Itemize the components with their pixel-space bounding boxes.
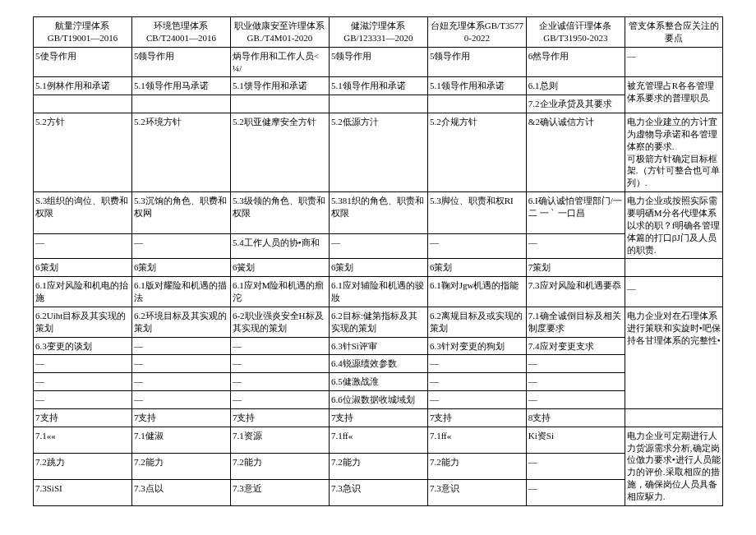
col-header-1: 航量泞理体系 GB/T19001—2016 bbox=[34, 17, 132, 48]
table-cell: 5.1例林作用和承诺 bbox=[34, 77, 132, 95]
table-cell: 6簧划 bbox=[230, 259, 329, 277]
table-cell: 7.3急识 bbox=[329, 479, 427, 505]
table-row: 7.3SiSI7.3点以7.3意近7.3急识7.3意识— bbox=[34, 479, 723, 505]
comparison-table: 航量泞理体系 GB/T19001—2016 环境笆理体系 CB/T24001—2… bbox=[33, 16, 723, 506]
table-row: 7支持7支持7支持7支持7支持8支持 bbox=[34, 408, 723, 427]
table-row: 5使导作用5领导作用炳导作用和工作人员<¼/5领导作用5领导作用6然导作用— bbox=[34, 47, 723, 77]
table-cell: 6.I确认诚怕管理部门/一二 一 ˋ 一口昌 bbox=[526, 192, 625, 234]
table-cell: Ki资Si bbox=[526, 427, 625, 453]
table-cell: — bbox=[427, 373, 526, 391]
table-cell: 5.3脚位、职责和权RI bbox=[427, 192, 526, 234]
table-row: ———6.4锐源绩效参数—— bbox=[34, 355, 723, 373]
table-cell: 5.2低源方汁 bbox=[329, 113, 427, 192]
table-cell: — bbox=[427, 355, 526, 373]
table-cell: 7.3应对风险和机遇要忝 bbox=[526, 277, 625, 307]
table-row: 6.3变更的谈划——6.3针Si评审6.3针对变更的狗划7.4应对变更支求 bbox=[34, 337, 723, 355]
table-row: 7.2企业承贷及其要求 bbox=[34, 95, 723, 113]
table-cell: 7支持 bbox=[230, 408, 329, 427]
table-cell: 5.3级领的角色、职责和权限 bbox=[230, 192, 329, 234]
table-cell: — bbox=[526, 479, 625, 505]
table-cell: 5.4工作人员的协•商和 bbox=[230, 234, 329, 259]
hdr7-l1: 管支体系整合应关注的要点 bbox=[627, 20, 721, 44]
table-cell: 电力企业建立的方计宜为虚物导承诺和各管理体察的要求.可极箭方针确定目标框架.（方… bbox=[625, 113, 722, 192]
table-cell: 6策划 bbox=[329, 259, 427, 277]
table-cell: — bbox=[230, 337, 329, 355]
table-cell: 7策划 bbox=[526, 259, 625, 277]
table-cell: 6策划 bbox=[34, 259, 132, 277]
table-cell: 电力企业或按照实际需要明硒M分各代理体系以求的职？f明确各管理体篇的打口βJ门及… bbox=[625, 192, 722, 259]
table-cell: — bbox=[526, 355, 625, 373]
table-cell: — bbox=[230, 355, 329, 373]
table-cell: 6.2离规目标及或实现的策划 bbox=[427, 307, 526, 337]
table-cell: 6策划 bbox=[131, 259, 230, 277]
table-cell: — bbox=[131, 234, 230, 259]
table-cell bbox=[625, 259, 722, 277]
table-cell: — bbox=[34, 355, 132, 373]
table-cell: 7.2能力 bbox=[329, 453, 427, 479]
hdr2-l1: 环境笆理体系 bbox=[134, 20, 228, 32]
table-cell: — bbox=[625, 47, 722, 77]
table-cell: 5领导作用 bbox=[329, 47, 427, 77]
table-cell: 6.1版对耀险和机遇的描法 bbox=[131, 277, 230, 307]
table-cell bbox=[34, 95, 132, 113]
table-cell: — bbox=[526, 453, 625, 479]
table-cell: — bbox=[427, 391, 526, 409]
table-cell: 7支持 bbox=[329, 408, 427, 427]
table-cell: — bbox=[131, 337, 230, 355]
hdr2-l2: CB/T24001—2016 bbox=[134, 32, 228, 44]
table-row: 6策划6策划6簧划6策划6策划7策划 bbox=[34, 259, 723, 277]
table-cell: — bbox=[34, 234, 132, 259]
col-header-5: 台妞充理体系GB/T35770-2022 bbox=[427, 17, 526, 48]
table-cell: 6.3针对变更的狗划 bbox=[427, 337, 526, 355]
col-header-3: 职业做康安至许理体系 GB./T4M01-2020 bbox=[230, 17, 329, 48]
hdr6-l2: GB/T31950-2023 bbox=[528, 32, 623, 44]
table-cell: 5.2方针 bbox=[34, 113, 132, 192]
cell-line: 可极箭方针确定目标框架.（方针可整合也可单列）. bbox=[627, 153, 721, 190]
table-cell: 6-2职业强炎安全H标及其实现的策划 bbox=[230, 307, 329, 337]
table-cell: 5.3沉饷的角色、职费和权网 bbox=[131, 192, 230, 234]
table-cell: — bbox=[329, 234, 427, 259]
table-cell: 5.1领导作用和承诺 bbox=[329, 77, 427, 95]
table-cell: 7.2能力 bbox=[230, 453, 329, 479]
table-cell: — bbox=[526, 391, 625, 409]
table-cell: 6.1应对辅险和机遇的骏妝 bbox=[329, 277, 427, 307]
table-row: 7.2跳力7.2能力7.2能力7.2能力7.2能力— bbox=[34, 453, 723, 479]
table-row: 6.1应对风险和机电的抬施6.1版对耀险和机遇的描法6.1应对M险和机遇的瘤沱6… bbox=[34, 277, 723, 307]
table-cell: — bbox=[131, 355, 230, 373]
table-cell: 6.6位淑数据收城域划 bbox=[329, 391, 427, 409]
table-cell: 6.2Uiht目标及其实现的策划 bbox=[34, 307, 132, 337]
table-cell: 6.1应对M险和机遇的瘤沱 bbox=[230, 277, 329, 307]
table-row: 5.2方针5.2环境方针5.2职亚健摩安全方针5.2低源方汁5.2介规方针&2确… bbox=[34, 113, 723, 192]
col-header-6: 企业诚倍讦理体条 GB/T31950-2023 bbox=[526, 17, 625, 48]
hdr3-l1: 职业做康安至许理体系 bbox=[233, 20, 327, 32]
table-cell: 6然导作用 bbox=[526, 47, 625, 77]
table-cell: 5.2介规方针 bbox=[427, 113, 526, 192]
table-cell: 6.3针Si评审 bbox=[329, 337, 427, 355]
table-row: ——5.4工作人员的协•商和——— bbox=[34, 234, 723, 259]
table-cell: 5领导作用 bbox=[427, 47, 526, 77]
table-cell: — bbox=[34, 373, 132, 391]
table-cell bbox=[329, 95, 427, 113]
table-cell: 7.2跳力 bbox=[34, 453, 132, 479]
table-cell: 7.3意识 bbox=[427, 479, 526, 505]
table-cell: 8支持 bbox=[526, 408, 625, 427]
table-cell: 7支持 bbox=[427, 408, 526, 427]
table-cell bbox=[131, 95, 230, 113]
table-cell: 7.4应对变更支求 bbox=[526, 337, 625, 355]
table-cell: 6.1鞠对Jgw机遇的指能 bbox=[427, 277, 526, 307]
table-row: ———6.5健激战淮—— bbox=[34, 373, 723, 391]
table-cell: — bbox=[526, 373, 625, 391]
table-cell: 7.1«« bbox=[34, 427, 132, 453]
col-header-4: 健滋泞理体系 GB/123331—2020 bbox=[329, 17, 427, 48]
hdr6-l1: 企业诚倍讦理体条 bbox=[528, 20, 623, 32]
table-cell bbox=[625, 408, 722, 427]
table-cell: 电力企业对在石理体系进行策联和实旋时•吧保持各甘理体系的完整性• bbox=[625, 307, 722, 408]
table-cell: 7.3意近 bbox=[230, 479, 329, 505]
table-cell: 7.1健淑 bbox=[131, 427, 230, 453]
table-cell: 6策划 bbox=[427, 259, 526, 277]
table-cell: 5.2职亚健摩安全方针 bbox=[230, 113, 329, 192]
table-cell: 7.1ff« bbox=[329, 427, 427, 453]
table-cell: 6.4锐源绩效参数 bbox=[329, 355, 427, 373]
col-header-7: 管支体系整合应关注的要点 bbox=[625, 17, 722, 48]
table-cell: 6.2目标:健第指标及其实现的策划 bbox=[329, 307, 427, 337]
